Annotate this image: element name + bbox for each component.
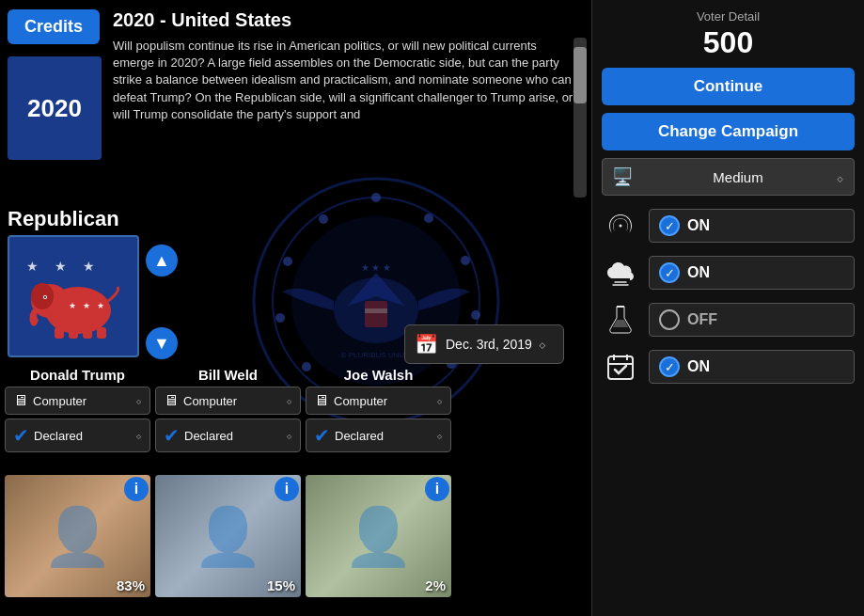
weld-declared-label: Declared [184, 429, 286, 443]
voter-detail-value: 500 [602, 25, 855, 60]
flask-icon [602, 301, 639, 339]
walsh-pct: 2% [425, 577, 446, 593]
walsh-control-label: Computer [334, 394, 436, 408]
toggle-row-fingerprint: ON [602, 207, 855, 245]
calendar-toggle-circle [659, 356, 680, 377]
fingerprint-toggle-label: ON [687, 217, 710, 234]
scrollbar-thumb[interactable] [573, 47, 587, 103]
svg-point-24 [31, 283, 54, 309]
weld-name: Bill Weld [155, 367, 301, 383]
trump-control-chevron: ⬦ [135, 394, 142, 407]
trump-name: Donald Trump [5, 367, 150, 383]
computer-icon-3: 🖥 [314, 392, 329, 409]
svg-text:★ ★ ★: ★ ★ ★ [361, 262, 392, 273]
campaign-logo: 2020 [8, 56, 102, 160]
trump-control-label: Computer [33, 394, 135, 408]
republican-logo: ★ ★ ★ ★ ★ ★ [8, 235, 139, 357]
flask-toggle[interactable]: OFF [649, 303, 855, 337]
flask-toggle-label: OFF [687, 311, 717, 328]
candidate-card-walsh: Joe Walsh 🖥 Computer ⬦ ✔ Declared ⬦ [306, 367, 451, 452]
candidate-photos-row: 👤 83% i 👤 15% i 👤 2% i [0, 475, 592, 597]
cloud-toggle-circle [659, 262, 680, 283]
svg-point-11 [275, 313, 285, 323]
candidate-card-weld: Bill Weld 🖥 Computer ⬦ ✔ Declared ⬦ [155, 367, 301, 452]
svg-rect-28 [69, 327, 78, 339]
svg-text:★: ★ [97, 301, 104, 310]
walsh-name: Joe Walsh [306, 367, 451, 383]
monitor-icon: 🖥️ [612, 166, 633, 187]
difficulty-chevron: ⬦ [836, 169, 844, 185]
walsh-declared-label: Declared [335, 429, 436, 443]
weld-info-button[interactable]: i [275, 477, 299, 501]
candidates-row: Donald Trump 🖥 Computer ⬦ ✔ Declared ⬦ B… [0, 367, 592, 452]
svg-rect-29 [83, 327, 92, 339]
computer-icon-2: 🖥 [164, 392, 179, 409]
svg-text:E PLURIBUS UNUM: E PLURIBUS UNUM [341, 351, 411, 359]
trump-declared-dropdown[interactable]: ✔ Declared ⬦ [5, 419, 150, 452]
trump-silhouette: 👤 [42, 503, 113, 570]
weld-photo-card: 👤 15% i [155, 475, 301, 597]
walsh-check-icon: ✔ [314, 424, 330, 447]
trump-info-button[interactable]: i [124, 477, 149, 501]
calendar-toggle-label: ON [687, 358, 710, 375]
svg-point-13 [319, 214, 328, 224]
walsh-control-dropdown[interactable]: 🖥 Computer ⬦ [306, 387, 451, 415]
weld-silhouette: 👤 [193, 503, 263, 570]
party-label: Republican [8, 207, 119, 231]
voter-detail-label: Voter Detail [602, 9, 855, 24]
calendar-icon: 📅 [415, 333, 438, 355]
right-panel: Voter Detail 500 Continue Change Campaig… [591, 0, 864, 616]
toggle-row-cloud: ON [602, 254, 855, 292]
svg-point-26 [44, 296, 46, 298]
svg-rect-15 [365, 301, 387, 327]
calendar-toggle[interactable]: ON [649, 350, 855, 384]
trump-photo-card: 👤 83% i [5, 475, 150, 597]
svg-point-6 [471, 310, 480, 320]
svg-point-12 [283, 257, 292, 266]
weld-pct: 15% [267, 577, 295, 593]
up-arrow-republican[interactable]: ▲ [146, 245, 178, 276]
walsh-declared-dropdown[interactable]: ✔ Declared ⬦ [306, 419, 451, 452]
walsh-control-chevron: ⬦ [436, 394, 443, 407]
difficulty-label: Medium [713, 169, 762, 185]
svg-text:★: ★ [83, 259, 95, 274]
svg-rect-27 [55, 327, 64, 339]
difficulty-dropdown[interactable]: 🖥️ Medium ⬦ [602, 158, 855, 196]
toggle-row-flask: OFF [602, 301, 855, 339]
weld-control-chevron: ⬦ [286, 394, 292, 407]
credits-button[interactable]: Credits [8, 9, 100, 44]
weld-control-dropdown[interactable]: 🖥 Computer ⬦ [155, 387, 301, 415]
cloud-toggle[interactable]: ON [649, 256, 855, 290]
svg-point-4 [424, 213, 433, 223]
svg-text:★: ★ [69, 301, 76, 310]
fingerprint-icon [602, 207, 639, 245]
change-campaign-button[interactable]: Change Campaign [602, 113, 855, 150]
campaign-description: Will populism continue its rise in Ameri… [113, 38, 573, 188]
svg-point-3 [371, 193, 381, 202]
svg-rect-30 [97, 327, 106, 339]
date-value: Dec. 3rd, 2019 [446, 337, 532, 352]
continue-button[interactable]: Continue [602, 68, 855, 105]
weld-check-icon: ✔ [164, 424, 180, 447]
date-picker-chevron: ⬦ [538, 336, 547, 353]
fingerprint-toggle-circle [659, 215, 680, 236]
trump-control-dropdown[interactable]: 🖥 Computer ⬦ [5, 387, 150, 415]
svg-point-5 [461, 256, 470, 265]
weld-declared-dropdown[interactable]: ✔ Declared ⬦ [155, 419, 301, 452]
logo-text: 2020 [27, 96, 82, 120]
down-arrow-republican[interactable]: ▼ [146, 327, 178, 359]
date-picker[interactable]: 📅 Dec. 3rd, 2019 ⬦ [404, 324, 564, 364]
campaign-title: 2020 - United States [113, 9, 291, 31]
cloud-icon [602, 254, 639, 292]
walsh-info-button[interactable]: i [425, 477, 449, 501]
trump-check-icon: ✔ [13, 424, 29, 447]
svg-rect-38 [608, 356, 633, 379]
fingerprint-toggle[interactable]: ON [649, 209, 855, 243]
svg-text:★: ★ [55, 259, 67, 274]
trump-declared-label: Declared [34, 429, 135, 443]
svg-rect-16 [365, 308, 387, 313]
svg-point-34 [620, 225, 622, 228]
cloud-toggle-label: ON [687, 264, 710, 281]
walsh-declared-chevron: ⬦ [436, 429, 443, 442]
candidate-card-trump: Donald Trump 🖥 Computer ⬦ ✔ Declared ⬦ [5, 367, 150, 452]
